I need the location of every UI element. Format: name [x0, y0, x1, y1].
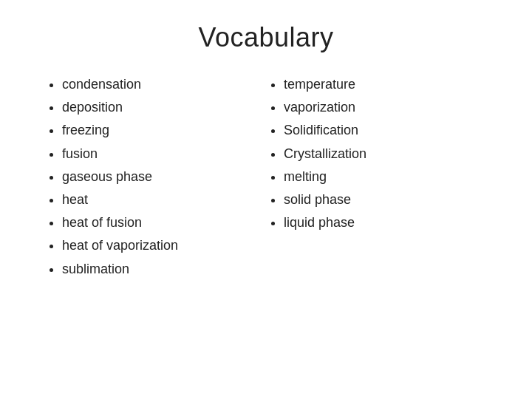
right-vocab-list: temperaturevaporizationSolidificationCry… — [266, 75, 488, 232]
right-vocab-item: melting — [284, 168, 488, 186]
left-vocab-item: condensation — [62, 75, 266, 94]
right-vocab-item: vaporization — [284, 98, 488, 117]
left-vocab-list: condensationdepositionfreezingfusiongase… — [44, 75, 266, 279]
columns-container: condensationdepositionfreezingfusiongase… — [44, 75, 488, 377]
left-vocab-item: heat of vaporization — [62, 236, 266, 255]
left-vocab-item: fusion — [62, 145, 266, 163]
right-vocab-item: solid phase — [284, 191, 488, 209]
vocabulary-page: Vocabulary condensationdepositionfreezin… — [0, 0, 532, 399]
left-vocab-item: freezing — [62, 121, 266, 140]
left-vocab-item: heat of fusion — [62, 214, 266, 232]
left-vocab-item: sublimation — [62, 260, 266, 279]
left-column: condensationdepositionfreezingfusiongase… — [44, 75, 266, 377]
right-vocab-item: Crystallization — [284, 145, 488, 163]
left-vocab-item: deposition — [62, 98, 266, 117]
left-vocab-item: heat — [62, 191, 266, 209]
right-vocab-item: Solidification — [284, 121, 488, 140]
right-column: temperaturevaporizationSolidificationCry… — [266, 75, 488, 377]
right-vocab-item: liquid phase — [284, 214, 488, 232]
right-vocab-item: temperature — [284, 75, 488, 94]
left-vocab-item: gaseous phase — [62, 168, 266, 186]
page-title: Vocabulary — [44, 22, 488, 53]
